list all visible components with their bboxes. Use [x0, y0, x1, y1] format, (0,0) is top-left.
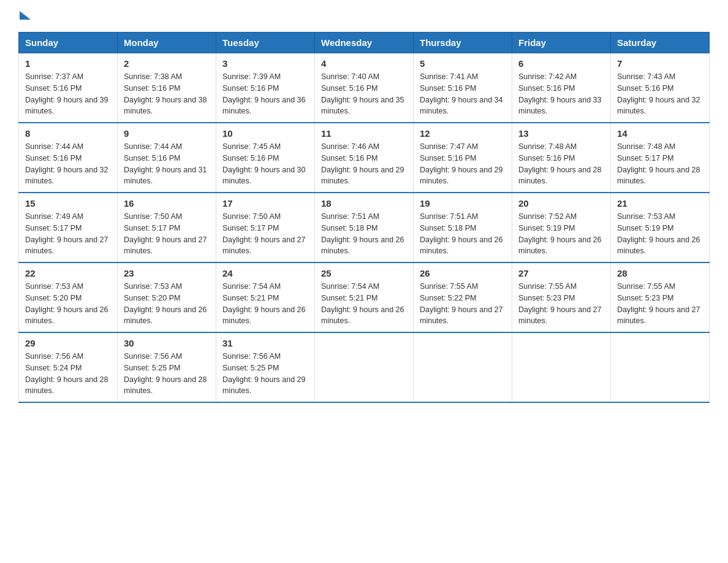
calendar-cell: 23 Sunrise: 7:53 AM Sunset: 5:20 PM Dayl… — [118, 262, 216, 332]
day-info: Sunrise: 7:44 AM Sunset: 5:16 PM Dayligh… — [124, 141, 210, 187]
day-info: Sunrise: 7:42 AM Sunset: 5:16 PM Dayligh… — [518, 71, 604, 117]
day-number: 17 — [222, 198, 308, 209]
calendar-week-row: 1 Sunrise: 7:37 AM Sunset: 5:16 PM Dayli… — [19, 53, 710, 123]
calendar-week-row: 29 Sunrise: 7:56 AM Sunset: 5:24 PM Dayl… — [19, 332, 710, 402]
day-number: 1 — [25, 58, 111, 69]
column-header-thursday: Thursday — [414, 33, 512, 53]
day-info: Sunrise: 7:54 AM Sunset: 5:21 PM Dayligh… — [321, 281, 407, 327]
calendar-cell: 26 Sunrise: 7:55 AM Sunset: 5:22 PM Dayl… — [414, 262, 512, 332]
calendar-cell: 28 Sunrise: 7:55 AM Sunset: 5:23 PM Dayl… — [611, 262, 710, 332]
column-header-wednesday: Wednesday — [315, 33, 414, 53]
day-number: 9 — [124, 128, 210, 139]
calendar-cell — [414, 332, 512, 402]
day-info: Sunrise: 7:48 AM Sunset: 5:16 PM Dayligh… — [518, 141, 604, 187]
day-number: 19 — [420, 198, 506, 209]
logo — [18, 12, 31, 20]
calendar-cell: 3 Sunrise: 7:39 AM Sunset: 5:16 PM Dayli… — [216, 53, 315, 123]
day-number: 24 — [222, 268, 308, 278]
day-info: Sunrise: 7:56 AM Sunset: 5:25 PM Dayligh… — [124, 351, 210, 397]
day-number: 8 — [25, 128, 111, 139]
day-number: 29 — [25, 338, 111, 348]
calendar-cell: 6 Sunrise: 7:42 AM Sunset: 5:16 PM Dayli… — [512, 53, 611, 123]
calendar-table: SundayMondayTuesdayWednesdayThursdayFrid… — [18, 32, 710, 403]
svg-marker-0 — [20, 11, 31, 20]
calendar-week-row: 15 Sunrise: 7:49 AM Sunset: 5:17 PM Dayl… — [19, 193, 710, 262]
calendar-cell: 19 Sunrise: 7:51 AM Sunset: 5:18 PM Dayl… — [414, 193, 512, 262]
day-number: 5 — [420, 58, 506, 69]
day-info: Sunrise: 7:53 AM Sunset: 5:20 PM Dayligh… — [124, 281, 210, 327]
calendar-cell: 16 Sunrise: 7:50 AM Sunset: 5:17 PM Dayl… — [118, 193, 216, 262]
day-info: Sunrise: 7:53 AM Sunset: 5:20 PM Dayligh… — [25, 281, 111, 327]
column-header-friday: Friday — [512, 33, 611, 53]
calendar-cell: 29 Sunrise: 7:56 AM Sunset: 5:24 PM Dayl… — [19, 332, 118, 402]
calendar-cell: 12 Sunrise: 7:47 AM Sunset: 5:16 PM Dayl… — [414, 123, 512, 193]
calendar-cell: 30 Sunrise: 7:56 AM Sunset: 5:25 PM Dayl… — [118, 332, 216, 402]
day-number: 7 — [617, 58, 703, 69]
calendar-cell: 10 Sunrise: 7:45 AM Sunset: 5:16 PM Dayl… — [216, 123, 315, 193]
calendar-cell: 24 Sunrise: 7:54 AM Sunset: 5:21 PM Dayl… — [216, 262, 315, 332]
day-info: Sunrise: 7:48 AM Sunset: 5:17 PM Dayligh… — [617, 141, 703, 187]
day-info: Sunrise: 7:55 AM Sunset: 5:22 PM Dayligh… — [420, 281, 506, 327]
day-info: Sunrise: 7:45 AM Sunset: 5:16 PM Dayligh… — [222, 141, 308, 187]
day-number: 6 — [518, 58, 604, 69]
calendar-cell: 1 Sunrise: 7:37 AM Sunset: 5:16 PM Dayli… — [19, 53, 118, 123]
day-info: Sunrise: 7:55 AM Sunset: 5:23 PM Dayligh… — [518, 281, 604, 327]
calendar-cell — [315, 332, 414, 402]
day-number: 12 — [420, 128, 506, 139]
day-info: Sunrise: 7:51 AM Sunset: 5:18 PM Dayligh… — [321, 211, 407, 257]
column-header-sunday: Sunday — [19, 33, 118, 53]
calendar-cell — [512, 332, 611, 402]
day-info: Sunrise: 7:51 AM Sunset: 5:18 PM Dayligh… — [420, 211, 506, 257]
column-header-saturday: Saturday — [611, 33, 710, 53]
calendar-header-row: SundayMondayTuesdayWednesdayThursdayFrid… — [19, 33, 710, 53]
day-info: Sunrise: 7:46 AM Sunset: 5:16 PM Dayligh… — [321, 141, 407, 187]
day-number: 3 — [222, 58, 308, 69]
calendar-cell: 20 Sunrise: 7:52 AM Sunset: 5:19 PM Dayl… — [512, 193, 611, 262]
day-number: 28 — [617, 268, 703, 278]
day-number: 18 — [321, 198, 407, 209]
day-info: Sunrise: 7:39 AM Sunset: 5:16 PM Dayligh… — [222, 71, 308, 117]
calendar-cell: 5 Sunrise: 7:41 AM Sunset: 5:16 PM Dayli… — [414, 53, 512, 123]
calendar-cell: 21 Sunrise: 7:53 AM Sunset: 5:19 PM Dayl… — [611, 193, 710, 262]
day-number: 23 — [124, 268, 210, 278]
day-info: Sunrise: 7:50 AM Sunset: 5:17 PM Dayligh… — [222, 211, 308, 257]
calendar-cell: 15 Sunrise: 7:49 AM Sunset: 5:17 PM Dayl… — [19, 193, 118, 262]
day-number: 2 — [124, 58, 210, 69]
day-info: Sunrise: 7:55 AM Sunset: 5:23 PM Dayligh… — [617, 281, 703, 327]
day-info: Sunrise: 7:40 AM Sunset: 5:16 PM Dayligh… — [321, 71, 407, 117]
calendar-cell — [611, 332, 710, 402]
day-number: 10 — [222, 128, 308, 139]
calendar-cell: 18 Sunrise: 7:51 AM Sunset: 5:18 PM Dayl… — [315, 193, 414, 262]
page-header — [18, 12, 710, 20]
calendar-cell: 31 Sunrise: 7:56 AM Sunset: 5:25 PM Dayl… — [216, 332, 315, 402]
day-number: 15 — [25, 198, 111, 209]
calendar-cell: 9 Sunrise: 7:44 AM Sunset: 5:16 PM Dayli… — [118, 123, 216, 193]
column-header-monday: Monday — [118, 33, 216, 53]
calendar-cell: 2 Sunrise: 7:38 AM Sunset: 5:16 PM Dayli… — [118, 53, 216, 123]
calendar-cell: 14 Sunrise: 7:48 AM Sunset: 5:17 PM Dayl… — [611, 123, 710, 193]
day-number: 26 — [420, 268, 506, 278]
day-info: Sunrise: 7:38 AM Sunset: 5:16 PM Dayligh… — [124, 71, 210, 117]
calendar-cell: 8 Sunrise: 7:44 AM Sunset: 5:16 PM Dayli… — [19, 123, 118, 193]
day-info: Sunrise: 7:44 AM Sunset: 5:16 PM Dayligh… — [25, 141, 111, 187]
day-number: 16 — [124, 198, 210, 209]
day-number: 30 — [124, 338, 210, 348]
day-number: 21 — [617, 198, 703, 209]
day-info: Sunrise: 7:37 AM Sunset: 5:16 PM Dayligh… — [25, 71, 111, 117]
calendar-cell: 7 Sunrise: 7:43 AM Sunset: 5:16 PM Dayli… — [611, 53, 710, 123]
calendar-cell: 17 Sunrise: 7:50 AM Sunset: 5:17 PM Dayl… — [216, 193, 315, 262]
calendar-cell: 11 Sunrise: 7:46 AM Sunset: 5:16 PM Dayl… — [315, 123, 414, 193]
calendar-cell: 22 Sunrise: 7:53 AM Sunset: 5:20 PM Dayl… — [19, 262, 118, 332]
day-info: Sunrise: 7:41 AM Sunset: 5:16 PM Dayligh… — [420, 71, 506, 117]
day-number: 31 — [222, 338, 308, 348]
day-number: 25 — [321, 268, 407, 278]
day-info: Sunrise: 7:47 AM Sunset: 5:16 PM Dayligh… — [420, 141, 506, 187]
day-info: Sunrise: 7:49 AM Sunset: 5:17 PM Dayligh… — [25, 211, 111, 257]
day-info: Sunrise: 7:56 AM Sunset: 5:24 PM Dayligh… — [25, 351, 111, 397]
day-info: Sunrise: 7:43 AM Sunset: 5:16 PM Dayligh… — [617, 71, 703, 117]
calendar-cell: 25 Sunrise: 7:54 AM Sunset: 5:21 PM Dayl… — [315, 262, 414, 332]
day-number: 20 — [518, 198, 604, 209]
calendar-cell: 27 Sunrise: 7:55 AM Sunset: 5:23 PM Dayl… — [512, 262, 611, 332]
logo-arrow-icon — [20, 11, 31, 22]
calendar-cell: 4 Sunrise: 7:40 AM Sunset: 5:16 PM Dayli… — [315, 53, 414, 123]
